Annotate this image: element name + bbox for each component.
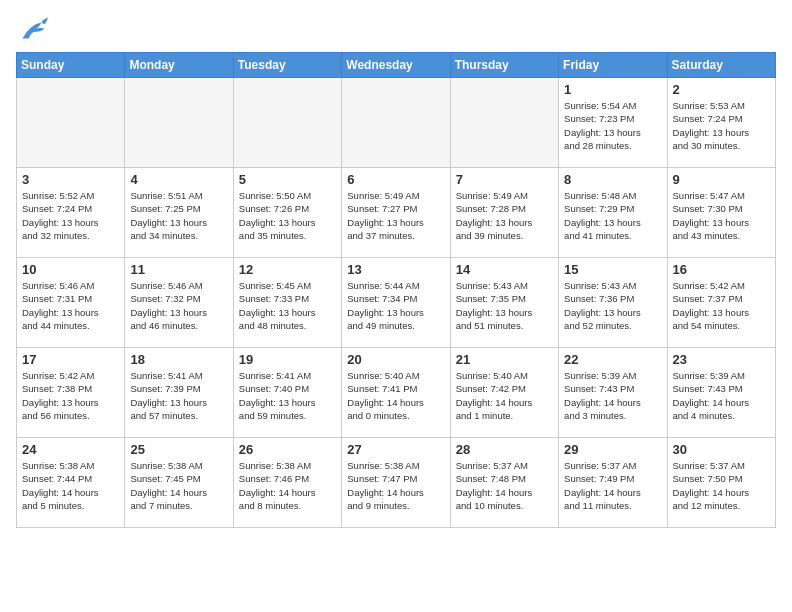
calendar-cell: 8Sunrise: 5:48 AMSunset: 7:29 PMDaylight… [559, 168, 667, 258]
logo-bird-icon [16, 16, 48, 44]
calendar-week-row: 3Sunrise: 5:52 AMSunset: 7:24 PMDaylight… [17, 168, 776, 258]
day-number: 9 [673, 172, 770, 187]
calendar-header-sunday: Sunday [17, 53, 125, 78]
day-number: 19 [239, 352, 336, 367]
calendar-cell: 3Sunrise: 5:52 AMSunset: 7:24 PMDaylight… [17, 168, 125, 258]
day-number: 23 [673, 352, 770, 367]
day-number: 17 [22, 352, 119, 367]
calendar-cell: 10Sunrise: 5:46 AMSunset: 7:31 PMDayligh… [17, 258, 125, 348]
day-number: 2 [673, 82, 770, 97]
calendar-week-row: 10Sunrise: 5:46 AMSunset: 7:31 PMDayligh… [17, 258, 776, 348]
calendar-cell [450, 78, 558, 168]
day-info: Sunrise: 5:43 AMSunset: 7:36 PMDaylight:… [564, 279, 661, 332]
calendar-cell: 11Sunrise: 5:46 AMSunset: 7:32 PMDayligh… [125, 258, 233, 348]
day-number: 4 [130, 172, 227, 187]
calendar-week-row: 24Sunrise: 5:38 AMSunset: 7:44 PMDayligh… [17, 438, 776, 528]
calendar-cell: 1Sunrise: 5:54 AMSunset: 7:23 PMDaylight… [559, 78, 667, 168]
day-info: Sunrise: 5:52 AMSunset: 7:24 PMDaylight:… [22, 189, 119, 242]
day-info: Sunrise: 5:38 AMSunset: 7:44 PMDaylight:… [22, 459, 119, 512]
day-info: Sunrise: 5:38 AMSunset: 7:46 PMDaylight:… [239, 459, 336, 512]
day-info: Sunrise: 5:46 AMSunset: 7:31 PMDaylight:… [22, 279, 119, 332]
calendar-cell: 6Sunrise: 5:49 AMSunset: 7:27 PMDaylight… [342, 168, 450, 258]
day-info: Sunrise: 5:38 AMSunset: 7:45 PMDaylight:… [130, 459, 227, 512]
calendar-cell: 23Sunrise: 5:39 AMSunset: 7:43 PMDayligh… [667, 348, 775, 438]
day-info: Sunrise: 5:42 AMSunset: 7:37 PMDaylight:… [673, 279, 770, 332]
calendar-cell: 13Sunrise: 5:44 AMSunset: 7:34 PMDayligh… [342, 258, 450, 348]
day-info: Sunrise: 5:43 AMSunset: 7:35 PMDaylight:… [456, 279, 553, 332]
calendar-table: SundayMondayTuesdayWednesdayThursdayFrid… [16, 52, 776, 528]
calendar-header-wednesday: Wednesday [342, 53, 450, 78]
calendar-cell: 20Sunrise: 5:40 AMSunset: 7:41 PMDayligh… [342, 348, 450, 438]
day-number: 18 [130, 352, 227, 367]
calendar-cell: 14Sunrise: 5:43 AMSunset: 7:35 PMDayligh… [450, 258, 558, 348]
day-info: Sunrise: 5:39 AMSunset: 7:43 PMDaylight:… [564, 369, 661, 422]
calendar-cell: 29Sunrise: 5:37 AMSunset: 7:49 PMDayligh… [559, 438, 667, 528]
day-info: Sunrise: 5:50 AMSunset: 7:26 PMDaylight:… [239, 189, 336, 242]
day-info: Sunrise: 5:39 AMSunset: 7:43 PMDaylight:… [673, 369, 770, 422]
calendar-header-friday: Friday [559, 53, 667, 78]
day-number: 27 [347, 442, 444, 457]
day-info: Sunrise: 5:38 AMSunset: 7:47 PMDaylight:… [347, 459, 444, 512]
calendar-cell: 17Sunrise: 5:42 AMSunset: 7:38 PMDayligh… [17, 348, 125, 438]
day-number: 21 [456, 352, 553, 367]
day-info: Sunrise: 5:47 AMSunset: 7:30 PMDaylight:… [673, 189, 770, 242]
calendar-cell [125, 78, 233, 168]
logo [16, 16, 52, 44]
day-number: 20 [347, 352, 444, 367]
calendar-cell: 16Sunrise: 5:42 AMSunset: 7:37 PMDayligh… [667, 258, 775, 348]
day-info: Sunrise: 5:40 AMSunset: 7:42 PMDaylight:… [456, 369, 553, 422]
day-info: Sunrise: 5:37 AMSunset: 7:50 PMDaylight:… [673, 459, 770, 512]
calendar-cell: 5Sunrise: 5:50 AMSunset: 7:26 PMDaylight… [233, 168, 341, 258]
day-number: 24 [22, 442, 119, 457]
day-number: 11 [130, 262, 227, 277]
day-info: Sunrise: 5:53 AMSunset: 7:24 PMDaylight:… [673, 99, 770, 152]
day-info: Sunrise: 5:42 AMSunset: 7:38 PMDaylight:… [22, 369, 119, 422]
calendar-cell: 9Sunrise: 5:47 AMSunset: 7:30 PMDaylight… [667, 168, 775, 258]
day-info: Sunrise: 5:54 AMSunset: 7:23 PMDaylight:… [564, 99, 661, 152]
page-header [16, 16, 776, 44]
day-number: 12 [239, 262, 336, 277]
day-info: Sunrise: 5:41 AMSunset: 7:40 PMDaylight:… [239, 369, 336, 422]
day-number: 16 [673, 262, 770, 277]
calendar-cell [233, 78, 341, 168]
calendar-week-row: 1Sunrise: 5:54 AMSunset: 7:23 PMDaylight… [17, 78, 776, 168]
calendar-week-row: 17Sunrise: 5:42 AMSunset: 7:38 PMDayligh… [17, 348, 776, 438]
day-number: 8 [564, 172, 661, 187]
calendar-cell [342, 78, 450, 168]
day-number: 15 [564, 262, 661, 277]
day-info: Sunrise: 5:46 AMSunset: 7:32 PMDaylight:… [130, 279, 227, 332]
day-info: Sunrise: 5:44 AMSunset: 7:34 PMDaylight:… [347, 279, 444, 332]
calendar-header-saturday: Saturday [667, 53, 775, 78]
calendar-header-tuesday: Tuesday [233, 53, 341, 78]
day-number: 6 [347, 172, 444, 187]
calendar-cell: 30Sunrise: 5:37 AMSunset: 7:50 PMDayligh… [667, 438, 775, 528]
calendar-cell: 12Sunrise: 5:45 AMSunset: 7:33 PMDayligh… [233, 258, 341, 348]
day-number: 30 [673, 442, 770, 457]
day-info: Sunrise: 5:49 AMSunset: 7:28 PMDaylight:… [456, 189, 553, 242]
calendar-cell: 28Sunrise: 5:37 AMSunset: 7:48 PMDayligh… [450, 438, 558, 528]
calendar-cell [17, 78, 125, 168]
day-info: Sunrise: 5:40 AMSunset: 7:41 PMDaylight:… [347, 369, 444, 422]
calendar-cell: 21Sunrise: 5:40 AMSunset: 7:42 PMDayligh… [450, 348, 558, 438]
day-info: Sunrise: 5:37 AMSunset: 7:49 PMDaylight:… [564, 459, 661, 512]
calendar-cell: 4Sunrise: 5:51 AMSunset: 7:25 PMDaylight… [125, 168, 233, 258]
day-number: 26 [239, 442, 336, 457]
calendar-cell: 18Sunrise: 5:41 AMSunset: 7:39 PMDayligh… [125, 348, 233, 438]
day-number: 10 [22, 262, 119, 277]
day-info: Sunrise: 5:37 AMSunset: 7:48 PMDaylight:… [456, 459, 553, 512]
calendar-cell: 2Sunrise: 5:53 AMSunset: 7:24 PMDaylight… [667, 78, 775, 168]
day-number: 22 [564, 352, 661, 367]
calendar-cell: 15Sunrise: 5:43 AMSunset: 7:36 PMDayligh… [559, 258, 667, 348]
day-number: 14 [456, 262, 553, 277]
calendar-header-row: SundayMondayTuesdayWednesdayThursdayFrid… [17, 53, 776, 78]
day-info: Sunrise: 5:45 AMSunset: 7:33 PMDaylight:… [239, 279, 336, 332]
day-number: 13 [347, 262, 444, 277]
calendar-header-thursday: Thursday [450, 53, 558, 78]
day-number: 1 [564, 82, 661, 97]
day-info: Sunrise: 5:51 AMSunset: 7:25 PMDaylight:… [130, 189, 227, 242]
day-number: 3 [22, 172, 119, 187]
day-info: Sunrise: 5:48 AMSunset: 7:29 PMDaylight:… [564, 189, 661, 242]
day-number: 7 [456, 172, 553, 187]
day-info: Sunrise: 5:49 AMSunset: 7:27 PMDaylight:… [347, 189, 444, 242]
day-info: Sunrise: 5:41 AMSunset: 7:39 PMDaylight:… [130, 369, 227, 422]
